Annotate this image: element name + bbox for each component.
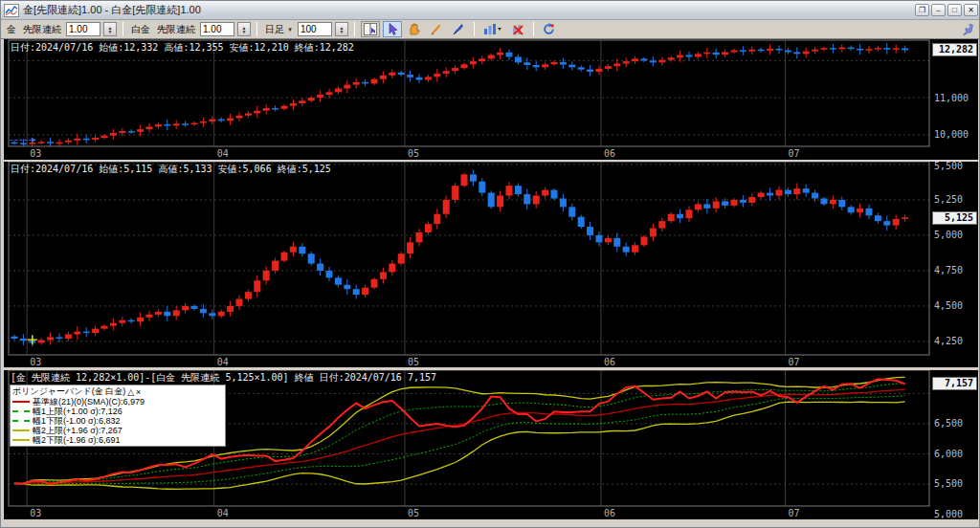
platinum-multiplier-spinner[interactable]: ▲▼ — [237, 22, 251, 36]
y-axis-label: 4,750 — [934, 265, 963, 275]
x-axis-label: 05 — [408, 148, 419, 159]
y-axis-label: 6,500 — [934, 418, 963, 429]
refresh-button[interactable] — [540, 21, 559, 37]
x-axis-label: 05 — [408, 357, 419, 367]
x-axis-label: 04 — [217, 357, 229, 367]
y-axis-label: 4,500 — [934, 300, 963, 311]
pencil-icon — [430, 23, 442, 35]
x-axis-label: 03 — [30, 357, 41, 367]
platinum-multiplier-input[interactable]: 1.00 — [200, 22, 234, 36]
timeframe-label: 日足 — [265, 23, 284, 36]
band2-upper-line-sample — [12, 429, 30, 431]
x-axis-label: 04 — [217, 148, 229, 159]
y-axis-label: 5,250 — [934, 194, 963, 205]
platinum-info-line: 日付:2024/07/16 始値:5,115 高値:5,133 安値:5,066… — [11, 163, 331, 176]
annotate-tool-button[interactable] — [449, 21, 468, 37]
window-minimize-button[interactable]: – — [931, 4, 946, 16]
chevron-down-icon: ▼ — [287, 27, 293, 33]
y-axis-label: 6,000 — [934, 449, 963, 459]
y-axis-label: 5,500 — [934, 161, 963, 171]
timeframe-dropdown[interactable]: 日足 ▼ — [263, 22, 295, 37]
gold-series-label: 先限連続 — [23, 23, 61, 36]
x-axis-label: 07 — [789, 357, 800, 367]
draw-line-tool-button[interactable] — [427, 21, 446, 37]
gold-chart-plot[interactable] — [9, 40, 929, 146]
bar-chart-icon — [483, 23, 502, 35]
chart-cursor-tool-button[interactable] — [361, 21, 380, 37]
sma-line-sample — [12, 401, 30, 403]
y-axis-label: 5,000 — [934, 230, 963, 240]
toolbar-separator — [354, 22, 355, 36]
titlebar[interactable]: 金[先限連続]1.00 - 白金[先限連続]1.00 ❐ – □ ✕ — [1, 1, 980, 20]
bar-count-input[interactable]: 100 — [298, 22, 332, 36]
gold-multiplier-input[interactable]: 1.00 — [66, 22, 100, 36]
settings-wrench-button[interactable] — [958, 21, 977, 37]
y-axis-label: 5,500 — [934, 478, 963, 489]
chart-type-button[interactable] — [480, 21, 505, 37]
toolbar-separator — [122, 22, 123, 36]
refresh-icon — [543, 23, 555, 35]
gold-symbol-label: 金 — [7, 23, 16, 36]
legend-item-label: 幅2下限(-1.96 σ):6,691 — [33, 434, 121, 447]
delete-chart-icon — [511, 23, 524, 35]
x-axis-label: 06 — [604, 148, 615, 159]
delete-indicator-button[interactable] — [508, 21, 527, 37]
band2-lower-line-sample — [12, 439, 30, 441]
x-axis-label: 05 — [408, 508, 419, 518]
x-axis-label: 03 — [30, 508, 41, 518]
gold-current-price-box: 12,282 — [932, 43, 977, 56]
window-float-button[interactable]: ❐ — [915, 4, 929, 16]
band1-upper-line-sample — [12, 410, 30, 412]
y-axis-label: 10,000 — [934, 129, 969, 140]
hand-icon — [408, 23, 420, 35]
window-bottom-border — [4, 519, 978, 528]
spread-current-price-box: 7,157 — [932, 377, 977, 390]
window-close-button[interactable]: ✕ — [964, 4, 978, 16]
spread-header-line: [金 先限連続 12,282×1.00]-[白金 先限連続 5,125×1.00… — [11, 371, 436, 385]
window-title: 金[先限連続]1.00 - 白金[先限連続]1.00 — [23, 3, 201, 17]
bar-count-spinner[interactable]: ▲▼ — [335, 22, 348, 36]
gold-multiplier-spinner[interactable]: ▲▼ — [103, 22, 117, 36]
app-window: 日付:2024/07/16 始値:12,332 高値:12,355 安値:12,… — [0, 0, 980, 528]
window-maximize-button[interactable]: □ — [947, 4, 962, 16]
arrow-cursor-icon — [387, 23, 398, 35]
x-axis-label: 06 — [604, 508, 615, 518]
wrench-icon — [962, 23, 974, 35]
y-axis-label: 11,000 — [934, 93, 969, 103]
pen-icon — [452, 23, 464, 35]
platinum-current-price-box: 5,125 — [932, 211, 977, 225]
x-axis-label: 06 — [604, 357, 615, 367]
platinum-chart-plot[interactable] — [9, 162, 929, 355]
app-icon — [4, 4, 19, 17]
y-axis-label: 5,000 — [934, 509, 963, 519]
toolbar-separator — [256, 22, 257, 36]
gold-info-line: 日付:2024/07/16 始値:12,332 高値:12,355 安値:12,… — [11, 41, 354, 55]
toolbar-separator — [474, 22, 475, 36]
toolbar: 金 先限連続 1.00 ▲▼ 白金 先限連続 1.00 ▲▼ 日足 ▼ 100 … — [1, 20, 980, 39]
band1-lower-line-sample — [12, 420, 30, 422]
x-axis-label: 07 — [789, 148, 800, 159]
x-axis-label: 04 — [217, 508, 229, 518]
bollinger-legend: ボリンジャーバンド(金 白金) △ × 基準線(21)(0)(SMA)(C):6… — [10, 385, 226, 447]
platinum-series-label: 先限連続 — [157, 23, 195, 36]
platinum-symbol-label: 白金 — [131, 23, 150, 36]
select-tool-button[interactable] — [383, 21, 402, 37]
x-axis-label: 03 — [30, 148, 41, 159]
x-axis-label: 07 — [789, 508, 800, 518]
toolbar-separator — [533, 22, 534, 36]
pan-tool-button[interactable] — [405, 21, 424, 37]
chart-cursor-icon — [364, 23, 377, 35]
y-axis-label: 4,250 — [934, 336, 963, 346]
legend-item: 幅2下限(-1.96 σ):6,691 — [12, 435, 223, 445]
